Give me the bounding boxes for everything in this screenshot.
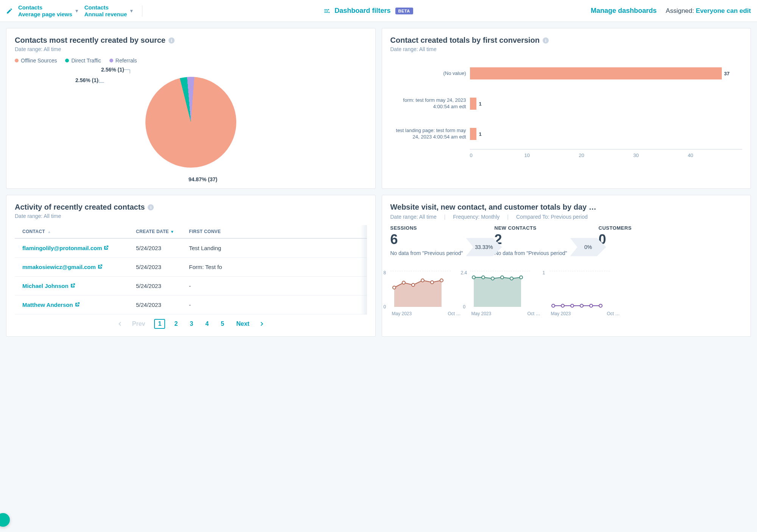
hbar-track: 1 (470, 98, 743, 110)
dashboard-filters-link[interactable]: Dashboard filters (335, 7, 391, 15)
assigned-label: Assigned: Everyone can edit (666, 7, 751, 15)
mc-xtick: Oct … (448, 311, 460, 316)
hbar-bar[interactable] (470, 128, 477, 140)
card-title-text: Contacts most recently created by source (15, 36, 165, 45)
funnel-value: 2 (495, 232, 570, 247)
filter1-line1: Contacts (18, 4, 72, 11)
page-number[interactable]: 3 (187, 319, 196, 329)
legend-label: Direct Traffic (71, 58, 101, 64)
funnel-percent: 0% (584, 244, 592, 250)
pie-label-slice: 2.56% (1) (75, 77, 98, 83)
sparkline (470, 271, 531, 309)
column-header-first-conversion[interactable]: FIRST CONVE (189, 229, 367, 234)
pie-graphic (136, 67, 246, 177)
topbar-center: Dashboard filters BETA (153, 7, 583, 15)
mc-xtick: May 2023 (471, 311, 492, 316)
dashboard-grid: Contacts most recently created by source… (0, 22, 757, 343)
card-title-text: Website visit, new contact, and customer… (390, 203, 596, 212)
legend-item[interactable]: Offline Sources (15, 58, 57, 64)
funnel-label: NEW CONTACTS (495, 225, 570, 231)
svg-point-11 (472, 276, 475, 279)
mc-ytick: 1 (543, 270, 545, 275)
column-header-create-date[interactable]: CREATE DATE▼ (136, 229, 189, 234)
contact-link[interactable]: mmakosiewicz@gmail.com (22, 264, 103, 270)
next-button[interactable]: Next (233, 319, 253, 329)
info-icon[interactable]: i (148, 204, 154, 210)
mc-ytick: 0 (463, 304, 466, 310)
page-number[interactable]: 1 (154, 319, 165, 329)
svg-point-20 (571, 304, 574, 307)
separator (142, 5, 142, 17)
mc-xtick: Oct … (527, 311, 540, 316)
hbar-bar[interactable] (470, 67, 722, 79)
sparkline (549, 271, 610, 309)
axis-tick: 0 (470, 152, 524, 158)
hbar-row: test landing page: test form may 24, 202… (390, 119, 743, 149)
pencil-icon[interactable] (6, 8, 13, 14)
manage-dashboards-link[interactable]: Manage dashboards (591, 7, 657, 15)
funnel-arrow: 0% (570, 238, 606, 256)
pie-chart: 94.87% (37) 2.56% (1) 2.56% (1) (15, 64, 367, 181)
legend-label: Offline Sources (21, 58, 57, 64)
svg-point-22 (590, 304, 593, 307)
sliders-icon[interactable] (323, 8, 330, 14)
pagination: Prev 1 2 3 4 5 Next (15, 319, 367, 329)
topbar-left: Contacts Average page views ▼ Contacts A… (6, 4, 145, 18)
funnel-label: SESSIONS (390, 225, 466, 231)
info-icon[interactable]: i (169, 37, 175, 44)
external-link-icon (97, 264, 103, 269)
legend-dot (15, 59, 19, 62)
svg-point-1 (327, 10, 328, 11)
pie-label-main: 94.87% (37) (189, 176, 217, 182)
prev-button[interactable]: Prev (129, 319, 148, 329)
legend-item[interactable]: Referrals (109, 58, 137, 64)
cell-conversion: Form: Test fo (189, 264, 367, 270)
meta-date-range: Date range: All time (390, 214, 437, 220)
page-number[interactable]: 2 (171, 319, 181, 329)
topbar: Contacts Average page views ▼ Contacts A… (0, 0, 757, 22)
legend-item[interactable]: Direct Traffic (65, 58, 101, 64)
column-header-contact[interactable]: CONTACT▲ (15, 229, 136, 234)
hbar-bar[interactable] (470, 98, 477, 110)
contact-link[interactable]: Matthew Anderson (22, 302, 80, 308)
assigned-value[interactable]: Everyone can edit (696, 7, 751, 14)
sparkline (390, 271, 451, 309)
cell-date: 5/24/2023 (136, 245, 189, 251)
mc-ytick: 8 (384, 270, 386, 275)
info-icon[interactable]: i (543, 37, 549, 44)
axis-tick: 20 (579, 152, 633, 158)
page-number[interactable]: 5 (218, 319, 227, 329)
hbar-row: (No value) 37 (390, 58, 743, 89)
svg-point-5 (402, 281, 405, 284)
filter1-line2: Average page views (18, 11, 72, 18)
cell-date: 5/24/2023 (136, 264, 189, 270)
table-header: CONTACT▲ CREATE DATE▼ FIRST CONVE (15, 225, 367, 239)
pie-leader-lines (102, 70, 132, 89)
filter2-line2: Annual revenue (84, 11, 127, 18)
chevron-left-icon[interactable] (117, 321, 123, 327)
contact-link[interactable]: Michael Johnson (22, 283, 75, 289)
funnel: SESSIONS 6 No data from "Previous period… (390, 225, 743, 257)
hbar-category: test landing page: test form may 24, 202… (390, 128, 466, 140)
card-website-visits: Website visit, new contact, and customer… (382, 195, 751, 337)
svg-point-0 (328, 9, 329, 10)
funnel-note: No data from "Previous period" (390, 250, 466, 257)
filter-dropdown-annual-revenue[interactable]: Contacts Annual revenue ▼ (84, 4, 134, 18)
funnel-new-contacts: NEW CONTACTS 2 No data from "Previous pe… (495, 225, 570, 257)
svg-point-21 (580, 304, 583, 307)
svg-point-19 (561, 304, 564, 307)
contact-link[interactable]: flamingolily@protonmail.com (22, 245, 109, 251)
svg-point-13 (491, 277, 494, 280)
external-link-icon (103, 245, 109, 250)
chevron-right-icon[interactable] (259, 321, 265, 327)
mc-xtick: May 2023 (551, 311, 571, 316)
filter-dropdown-avg-page-views[interactable]: Contacts Average page views ▼ (18, 4, 79, 18)
meta-frequency: Frequency: Monthly (453, 214, 499, 220)
meta-compare: Compared To: Previous period (516, 214, 588, 220)
hbar-chart: (No value) 37 form: test form may 24, 20… (390, 58, 743, 158)
card-title-text: Contact created totals by first conversi… (390, 36, 540, 45)
page-number[interactable]: 4 (202, 319, 212, 329)
axis-tick: 10 (524, 152, 579, 158)
external-link-icon (75, 302, 80, 307)
hbar-track: 1 (470, 128, 743, 140)
